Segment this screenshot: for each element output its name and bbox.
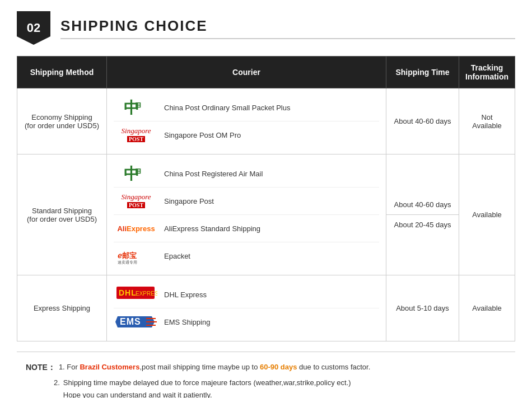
shipping-table: Shipping Method Courier Shipping Time Tr… <box>17 56 515 341</box>
courier-row-dhl: DHL EXPRESS DHL Express <box>114 281 379 308</box>
track-economy: NotAvailable <box>459 88 515 154</box>
courier-row-aliexpress: AliExpress AliExpress Standard Shipping <box>114 215 379 242</box>
svg-text:⊟: ⊟ <box>135 101 141 109</box>
courier-express: DHL EXPRESS DHL Express EMS <box>107 275 386 341</box>
svg-text:DHL: DHL <box>119 288 137 297</box>
highlight-days: 60-90 days <box>260 363 297 371</box>
table-row: Express Shipping DHL EXPRESS DHL Express <box>17 275 515 341</box>
logo-aliexpress: AliExpress <box>114 218 158 238</box>
svg-text:速卖通专用: 速卖通专用 <box>118 260 137 265</box>
note-text-1: 1. For Brazil Customers,post mail shippi… <box>59 361 370 374</box>
page-title: SHIPPING CHOICE <box>60 17 515 39</box>
logo-epacket: ℯ邮宝 速卖通专用 <box>114 246 158 266</box>
courier-row-sgpost1: SingaporePOST Singapore Post OM Pro <box>114 121 379 148</box>
courier-name-chinapost2: China Post Registered Air Mail <box>164 170 263 178</box>
svg-text:ℯ邮宝: ℯ邮宝 <box>118 251 137 260</box>
courier-row-chinapost1: 中 ⊟ China Post Ordinary Small Packet Plu… <box>114 94 379 121</box>
time-express: About 5-10 days <box>386 275 459 341</box>
logo-chinapost2: 中 ⊟ <box>114 163 158 184</box>
col-header-tracking: TrackingInformation <box>459 57 515 88</box>
track-express: Available <box>459 275 515 341</box>
note-label: NOTE： <box>26 361 55 374</box>
logo-sgpost2: SingaporePOST <box>114 191 158 211</box>
logo-chinapost1: 中 ⊟ <box>114 97 158 118</box>
courier-name-ems: EMS Shipping <box>164 318 210 326</box>
table-row: Standard Shipping(for order over USD5) 中… <box>17 154 515 275</box>
courier-name-aliexpress: AliExpress Standard Shipping <box>164 224 260 233</box>
svg-text:EMS: EMS <box>120 317 141 326</box>
courier-name-sgpost2: Singapore Post <box>164 197 214 205</box>
table-row: Economy Shipping(for order under USD5) 中… <box>17 88 515 154</box>
courier-economy: 中 ⊟ China Post Ordinary Small Packet Plu… <box>107 88 386 154</box>
method-standard: Standard Shipping(for order over USD5) <box>17 154 107 275</box>
page-header: 02 SHIPPING CHOICE <box>17 11 515 45</box>
step-badge: 02 <box>17 11 50 45</box>
logo-ems: EMS <box>114 312 158 332</box>
courier-row-sgpost2: SingaporePOST Singapore Post <box>114 188 379 215</box>
method-express: Express Shipping <box>17 275 107 341</box>
highlight-brazil: Brazil Customers <box>80 363 139 371</box>
col-header-time: Shipping Time <box>386 57 459 88</box>
courier-name-chinapost1: China Post Ordinary Small Packet Plus <box>164 104 290 112</box>
courier-row-chinapost2: 中 ⊟ China Post Registered Air Mail <box>114 160 379 188</box>
time-economy: About 40-60 days <box>386 88 459 154</box>
col-header-method: Shipping Method <box>17 57 107 88</box>
courier-row-epacket: ℯ邮宝 速卖通专用 Epacket <box>114 242 379 269</box>
time-standard: About 40-60 days About 20-45 days <box>386 154 459 275</box>
courier-name-epacket: Epacket <box>164 252 190 260</box>
note-num-2: 2. <box>54 377 60 398</box>
logo-dhl: DHL EXPRESS <box>114 284 158 305</box>
col-header-courier: Courier <box>107 57 386 88</box>
svg-text:⊟: ⊟ <box>135 167 141 175</box>
note-text-2: Shipping time maybe delayed due to force… <box>63 377 351 398</box>
courier-name-sgpost1: Singapore Post OM Pro <box>164 131 241 139</box>
logo-sgpost1: SingaporePOST <box>114 125 158 145</box>
track-standard: Available <box>459 154 515 275</box>
courier-row-ems: EMS EMS Shipping <box>114 308 379 335</box>
courier-standard: 中 ⊟ China Post Registered Air Mail Singa… <box>107 154 386 275</box>
note-row-2: 2. Shipping time maybe delayed due to fo… <box>54 377 506 398</box>
note-row-1: NOTE： 1. For Brazil Customers,post mail … <box>26 361 506 374</box>
svg-text:EXPRESS: EXPRESS <box>136 291 157 297</box>
method-economy: Economy Shipping(for order under USD5) <box>17 88 107 154</box>
courier-name-dhl: DHL Express <box>164 291 207 299</box>
table-header-row: Shipping Method Courier Shipping Time Tr… <box>17 57 515 88</box>
note-section: NOTE： 1. For Brazil Customers,post mail … <box>17 352 515 398</box>
